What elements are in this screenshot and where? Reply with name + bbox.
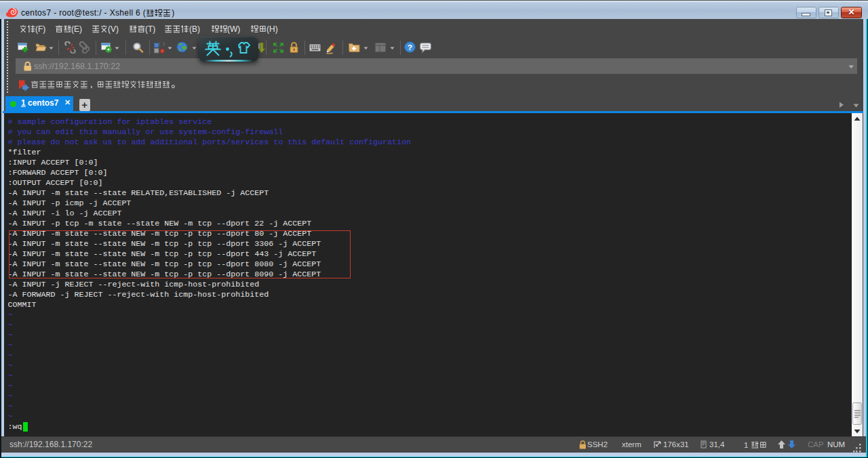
svg-text:?: ?: [408, 43, 412, 51]
